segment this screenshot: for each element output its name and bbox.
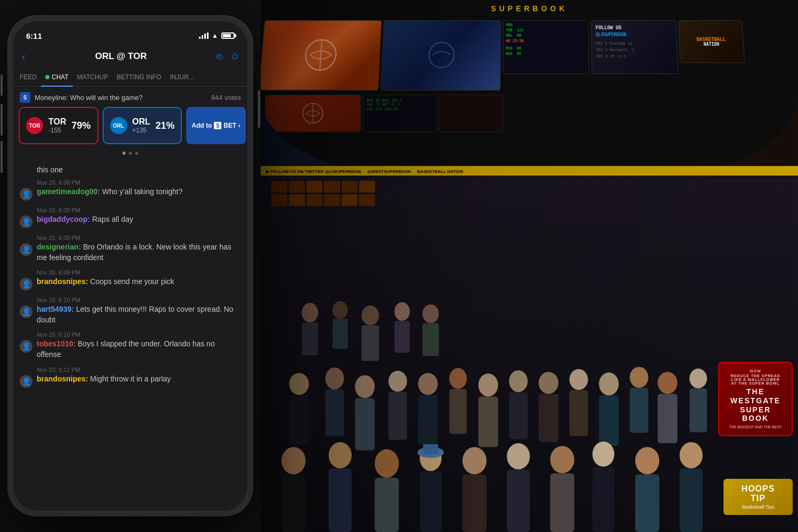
orl-logo: ORL — [110, 117, 127, 134]
screen-panel: NBA TOR112 ORL98 4Q 13:56 MIA88 BOS95 — [503, 20, 589, 74]
orl-team-name: ORL — [132, 117, 151, 127]
tab-bar: FEED CHAT MATCHUP BETTING INFO INJUR... — [13, 68, 247, 87]
username: gametimeadog00: — [37, 187, 100, 196]
svg-point-27 — [478, 373, 498, 396]
hoops-sign: HOOPSTIP Basketball Tips — [724, 479, 793, 515]
message-timestamp: Nov 20, 6:10 PM — [37, 297, 241, 303]
chat-message: 👤 Nov 20, 6:10 PM tobes1010: Boys I slap… — [20, 331, 241, 360]
svg-rect-34 — [569, 390, 588, 436]
dots-indicator — [13, 149, 247, 159]
message-body: Nov 20, 6:09 PM brandosnipes: Coops send… — [37, 269, 241, 287]
add-to-bet-button[interactable]: Add to S BET › — [186, 107, 245, 144]
hoops-sub: Basketball Tips — [728, 504, 788, 510]
message-text: brandosnipes: Might throw it in a parlay — [37, 374, 241, 385]
phone-container: 6:11 ▲ ‹ ORL @ TOR — [0, 0, 261, 532]
dot-3 — [135, 152, 138, 155]
chat-message: 👤 Nov 20, 6:11 PM brandosnipes: Might th… — [20, 367, 241, 388]
volume-down-button — [1, 141, 3, 173]
svg-point-9 — [362, 305, 379, 325]
orl-team-info: ORL +135 — [132, 117, 151, 134]
screen-panel: FOLLOW US @LVSUPERBOOK FRI 1 Florida +3 … — [591, 20, 678, 74]
message-text: gametimeadog00: Who y'all taking tonight… — [37, 187, 241, 197]
screen-small — [439, 95, 503, 132]
svg-point-21 — [388, 371, 407, 392]
svg-rect-42 — [689, 388, 707, 432]
message-timestamp: Nov 20, 6:09 PM — [37, 179, 241, 186]
message-text: tobes1010: Boys I slapped the under. Orl… — [37, 339, 241, 360]
svg-point-23 — [418, 373, 438, 395]
moneyline-title: S Moneyline: Who will win the game? — [20, 92, 143, 103]
tor-bet-card[interactable]: TOR TOR -155 79% — [19, 107, 98, 144]
svg-rect-52 — [462, 475, 486, 532]
sportsbook-bet-icon: S — [214, 122, 221, 129]
sportsbook-photo: SUPERBOOK — [261, 0, 798, 532]
tor-odds: -155 — [48, 127, 66, 134]
tab-injury[interactable]: INJUR... — [165, 68, 198, 86]
username: bigdaddycoop: — [37, 215, 90, 223]
username: hart54939: — [37, 305, 74, 313]
tab-betting-info[interactable]: BETTING INFO — [112, 68, 165, 86]
message-text: designerian: Bro Orlando is a lock. New … — [37, 242, 241, 263]
orl-bet-card[interactable]: ORL ORL +135 21% — [103, 107, 182, 144]
message-timestamp: Nov 20, 6:10 PM — [37, 331, 241, 338]
svg-point-45 — [329, 442, 352, 468]
ticker-bar: ▶ FOLLOW US ON TWITTER @LVSUPERBOOK @WES… — [261, 166, 798, 177]
svg-point-2 — [428, 43, 454, 68]
svg-rect-40 — [658, 394, 677, 443]
screen-panel: BASKETBALL NATION — [678, 20, 745, 63]
tor-team-info: TOR -155 — [48, 117, 66, 134]
svg-rect-48 — [375, 478, 398, 532]
svg-rect-20 — [355, 398, 375, 450]
tor-pct: 79% — [71, 120, 90, 131]
westgate-sign: WOW REDUCE THE SPREAD LIKE A WALLFLOWER … — [718, 362, 793, 436]
chat-container[interactable]: this one 👤 Nov 20, 6:09 PM gametimeadog0… — [13, 159, 247, 398]
bet-label: BET › — [223, 122, 240, 129]
svg-point-33 — [569, 369, 588, 390]
screen-content — [261, 21, 381, 90]
chat-message: 👤 Nov 20, 6:09 PM gametimeadog00: Who y'… — [20, 179, 241, 201]
svg-point-25 — [450, 368, 467, 389]
moneyline-header: S Moneyline: Who will win the game? 844 … — [13, 87, 247, 107]
svg-rect-6 — [302, 322, 318, 355]
hoops-title: HOOPSTIP — [728, 484, 788, 503]
add-to-bet-label: Add to — [192, 122, 212, 129]
betting-cards: TOR TOR -155 79% ORL ORL +135 21% — [13, 107, 247, 149]
svg-rect-14 — [422, 323, 439, 356]
svg-point-43 — [281, 447, 305, 475]
dot-1 — [122, 152, 126, 155]
live-dot — [45, 75, 49, 79]
svg-point-17 — [326, 368, 344, 389]
svg-rect-30 — [509, 392, 528, 439]
star-icon[interactable]: ✩ — [231, 51, 239, 62]
share-icon[interactable]: ⎋ — [217, 51, 222, 62]
message-timestamp: Nov 20, 6:09 PM — [37, 235, 241, 241]
svg-rect-62 — [679, 468, 702, 532]
message-timestamp: Nov 20, 6:09 PM — [37, 207, 241, 213]
user-icon: 👤 — [22, 280, 31, 288]
user-icon: 👤 — [22, 190, 31, 198]
user-icon: 👤 — [22, 218, 31, 226]
svg-rect-22 — [388, 392, 407, 440]
message-body: Nov 20, 6:09 PM gametimeadog00: Who y'al… — [37, 179, 241, 197]
tab-feed[interactable]: FEED — [15, 68, 41, 86]
user-icon: 👤 — [22, 377, 31, 386]
user-icon: 👤 — [22, 342, 31, 351]
svg-rect-32 — [539, 394, 559, 442]
svg-rect-44 — [281, 475, 305, 532]
svg-point-15 — [289, 373, 309, 395]
phone-screen: 6:11 ▲ ‹ ORL @ TOR — [13, 21, 247, 511]
tab-chat[interactable]: CHAT — [41, 68, 73, 86]
screen-panel — [261, 20, 382, 90]
avatar: 👤 — [20, 278, 32, 290]
message-text: brandosnipes: Coops send me your pick — [37, 277, 241, 287]
back-button[interactable]: ‹ — [22, 51, 26, 63]
svg-point-29 — [509, 370, 528, 392]
avatar: 👤 — [20, 305, 32, 318]
svg-point-61 — [679, 442, 702, 468]
svg-line-1 — [320, 40, 322, 70]
tab-matchup[interactable]: MATCHUP — [73, 68, 112, 86]
screens-row-1: NBA TOR112 ORL98 4Q 13:56 MIA88 BOS95 FO… — [261, 16, 798, 93]
message-timestamp: Nov 20, 6:09 PM — [37, 269, 241, 276]
page-title: ORL @ TOR — [95, 51, 147, 62]
svg-rect-58 — [593, 467, 614, 532]
